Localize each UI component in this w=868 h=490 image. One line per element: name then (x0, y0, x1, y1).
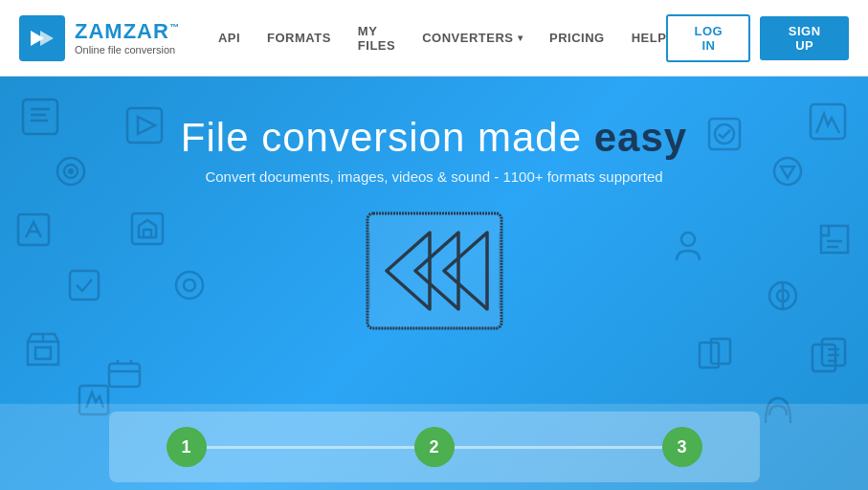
svg-rect-36 (711, 339, 730, 364)
steps-bar: 1 2 3 (0, 404, 868, 490)
step-line-2 (455, 446, 662, 449)
nav-item-my-files[interactable]: MY FILES (358, 24, 395, 53)
login-button[interactable]: LOG IN (666, 14, 750, 62)
svg-point-7 (64, 165, 78, 178)
chevron-down-icon: ▾ (518, 33, 523, 43)
logo-area: ZAMZAR™ Online file conversion (19, 15, 180, 61)
nav-item-api[interactable]: API (218, 31, 240, 45)
svg-rect-21 (811, 104, 845, 139)
svg-point-18 (176, 272, 203, 299)
svg-rect-14 (127, 108, 162, 143)
svg-rect-9 (18, 214, 49, 245)
svg-point-33 (715, 124, 734, 144)
brand-name: ZAMZAR™ (75, 21, 180, 42)
svg-point-22 (774, 158, 801, 185)
signup-button[interactable]: SIGN UP (760, 16, 849, 60)
svg-point-25 (769, 282, 796, 309)
zamzar-logo-icon (19, 15, 65, 61)
svg-point-6 (57, 158, 84, 185)
svg-rect-28 (822, 339, 845, 366)
hero-section: File conversion made easy Convert docume… (0, 77, 868, 490)
nav-item-formats[interactable]: FORMATS (267, 31, 331, 45)
svg-rect-17 (144, 230, 151, 237)
svg-rect-2 (23, 100, 57, 134)
logo-text: ZAMZAR™ Online file conversion (75, 21, 180, 56)
hero-text: File conversion made easy Convert docume… (181, 115, 687, 185)
nav-item-help[interactable]: HELP (632, 31, 667, 45)
svg-rect-19 (109, 364, 140, 387)
svg-rect-32 (709, 119, 740, 149)
nav-links: API FORMATS MY FILES CONVERTERS ▾ PRICIN… (218, 24, 666, 53)
svg-point-34 (681, 233, 695, 246)
nav-actions: LOG IN SIGN UP (666, 14, 849, 62)
step-1: 1 (167, 427, 207, 467)
nav-item-converters[interactable]: CONVERTERS ▾ (422, 31, 523, 45)
step-3: 3 (662, 427, 702, 467)
svg-rect-11 (70, 271, 99, 300)
hero-center-logo (358, 204, 511, 338)
nav-item-pricing[interactable]: PRICING (549, 31, 605, 45)
brand-tagline: Online file conversion (75, 44, 180, 56)
navbar: ZAMZAR™ Online file conversion API FORMA… (0, 0, 868, 77)
steps-container: 1 2 3 (109, 412, 760, 482)
svg-rect-27 (812, 345, 835, 371)
step-2: 2 (414, 427, 455, 467)
svg-point-8 (69, 169, 73, 173)
hero-subtitle: Convert documents, images, videos & soun… (181, 168, 687, 185)
hero-title: File conversion made easy (181, 115, 687, 161)
svg-rect-35 (700, 343, 719, 368)
svg-rect-16 (132, 213, 163, 244)
step-line-1 (207, 446, 414, 449)
svg-marker-1 (40, 31, 54, 46)
svg-marker-15 (138, 117, 155, 134)
svg-rect-12 (35, 347, 51, 359)
